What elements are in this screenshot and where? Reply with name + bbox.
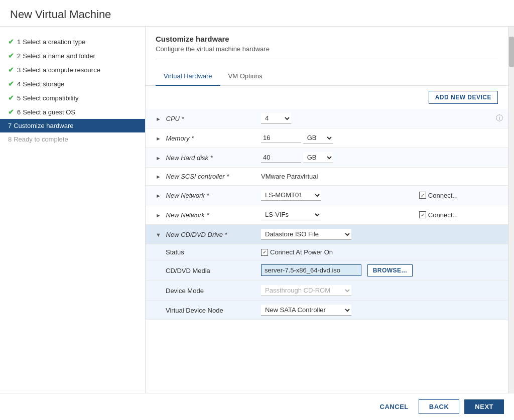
cddvd-media-input[interactable] [261, 264, 361, 276]
memory-value: GB MB [256, 128, 414, 148]
network2-select[interactable]: LS-VIFs [261, 209, 321, 220]
connect-checkbox-2[interactable]: ✓ [419, 211, 426, 218]
tabs-bar: Virtual Hardware VM Options [146, 67, 508, 86]
main-content: Customize hardware Configure the virtual… [146, 27, 514, 393]
step-number-1: 1 [17, 38, 21, 46]
virt-device-node-select[interactable]: New SATA Controller [261, 305, 351, 316]
expand-icon-network1[interactable]: ► [156, 193, 161, 199]
sidebar-label-4: Select storage [23, 80, 64, 88]
connect-checkbox-1[interactable]: ✓ [419, 192, 426, 199]
network2-label: ► New Network * [146, 205, 256, 225]
scrollbar-thumb[interactable] [509, 37, 514, 67]
cddvd-type-select[interactable]: Datastore ISO File Client Device Host De… [261, 229, 351, 240]
expand-icon-harddisk[interactable]: ► [156, 155, 161, 161]
cpu-value: 4 1 2 8 [256, 109, 414, 128]
sidebar-item-step7[interactable]: 7 Customize hardware [0, 119, 145, 132]
cddvd-virtnode-value: New SATA Controller [256, 301, 508, 320]
sidebar-item-step2[interactable]: ✔ 2 Select a name and folder [0, 49, 145, 63]
sidebar-item-step6[interactable]: ✔ 6 Select a guest OS [0, 105, 145, 119]
scsi-value: VMware Paravirtual [256, 168, 508, 186]
step-number-7: 7 [8, 122, 12, 129]
cddvd-label: ▼ New CD/DVD Drive * [146, 225, 256, 244]
section-header: Customize hardware Configure the virtual… [146, 27, 508, 63]
expand-icon-memory[interactable]: ► [156, 135, 161, 142]
memory-label-text: Memory * [166, 134, 194, 142]
memory-unit-select[interactable]: GB MB [303, 132, 333, 144]
back-button[interactable]: BACK [419, 399, 460, 414]
step-number-2: 2 [17, 52, 21, 60]
network2-connect: ✓ Connect... [414, 205, 508, 225]
cddvd-media-value: BROWSE... [256, 260, 508, 281]
step-number-3: 3 [17, 66, 21, 74]
browse-button[interactable]: BROWSE... [367, 264, 413, 276]
expand-icon-scsi[interactable]: ► [156, 174, 161, 180]
expand-icon-network2[interactable]: ► [156, 212, 161, 218]
cddvd-value: Datastore ISO File Client Device Host De… [256, 225, 508, 244]
scsi-label: ► New SCSI controller * [146, 168, 256, 186]
next-button[interactable]: NEXT [464, 399, 504, 414]
device-mode-select[interactable]: Passthrough CD-ROM [261, 285, 351, 296]
info-icon-cpu: ⓘ [496, 114, 503, 122]
sidebar: ✔ 1 Select a creation type ✔ 2 Select a … [0, 27, 146, 393]
connect-label-2: ✓ Connect... [419, 211, 503, 219]
status-connect-text: Connect At Power On [270, 248, 333, 256]
table-row-network1: ► New Network * LS-MGMT01 [146, 186, 508, 205]
section-subtitle: Configure the virtual machine hardware [156, 45, 498, 59]
cddvd-devmode-label: Device Mode [146, 281, 256, 301]
network1-label: ► New Network * [146, 186, 256, 205]
sidebar-label-5: Select compatibility [23, 94, 78, 102]
cddvd-virtnode-label: Virtual Device Node [146, 301, 256, 320]
network1-select[interactable]: LS-MGMT01 [261, 190, 321, 201]
table-row-cpu: ► CPU * 4 1 2 8 [146, 109, 508, 128]
expand-icon-cddvd[interactable]: ▼ [156, 232, 161, 238]
harddisk-input[interactable] [261, 153, 301, 163]
sidebar-item-step3[interactable]: ✔ 3 Select a compute resource [0, 63, 145, 77]
table-row-cddvd: ▼ New CD/DVD Drive * Datastore ISO File … [146, 225, 508, 244]
scrollbar-track[interactable] [508, 27, 514, 393]
check-icon-4: ✔ [8, 80, 14, 88]
check-icon-5: ✔ [8, 94, 14, 102]
cpu-label-text: CPU * [166, 115, 184, 122]
sidebar-label-2: Select a name and folder [23, 52, 95, 60]
dialog-title: New Virtual Machine [0, 0, 514, 27]
tab-virtual-hardware[interactable]: Virtual Hardware [156, 67, 220, 86]
step-number-6: 6 [17, 108, 21, 116]
step-number-8: 8 [8, 135, 12, 143]
sidebar-label-8: Ready to complete [14, 135, 68, 143]
sidebar-item-step5[interactable]: ✔ 5 Select compatibility [0, 91, 145, 105]
harddisk-label-text: New Hard disk * [166, 154, 213, 162]
dialog-footer: CANCEL BACK NEXT [0, 393, 514, 420]
cpu-select[interactable]: 4 1 2 8 [261, 113, 291, 124]
sidebar-label-3: Select a compute resource [23, 66, 100, 74]
dialog-body: ✔ 1 Select a creation type ✔ 2 Select a … [0, 27, 514, 393]
add-new-device-button[interactable]: ADD NEW DEVICE [429, 91, 498, 104]
cddvd-label-text: New CD/DVD Drive * [166, 231, 227, 238]
table-row-network2: ► New Network * LS-VIFs [146, 205, 508, 225]
connect-text-1: Connect... [428, 192, 458, 199]
sidebar-label-6: Select a guest OS [23, 108, 75, 116]
tab-vm-options[interactable]: VM Options [220, 67, 271, 86]
scrollable-area[interactable]: Customize hardware Configure the virtual… [146, 27, 508, 393]
section-title: Customize hardware [156, 35, 498, 43]
cancel-button[interactable]: CANCEL [375, 400, 414, 413]
table-row-scsi: ► New SCSI controller * VMware Paravirtu… [146, 168, 508, 186]
cddvd-devmode-value: Passthrough CD-ROM [256, 281, 508, 301]
cpu-label: ► CPU * [146, 109, 256, 128]
connect-label-1: ✓ Connect... [419, 192, 503, 199]
status-checkbox[interactable]: ✓ [261, 249, 268, 256]
sidebar-item-step4[interactable]: ✔ 4 Select storage [0, 77, 145, 91]
status-connect-label: ✓ Connect At Power On [261, 248, 503, 256]
check-icon-3: ✔ [8, 66, 14, 74]
harddisk-unit-select[interactable]: GB MB [303, 152, 333, 163]
table-row-cddvd-status: Status ✓ Connect At Power On [146, 244, 508, 260]
sidebar-item-step1[interactable]: ✔ 1 Select a creation type [0, 35, 145, 49]
connect-text-2: Connect... [428, 211, 458, 219]
table-row-memory: ► Memory * GB MB [146, 128, 508, 148]
scsi-label-text: New SCSI controller * [166, 173, 229, 180]
harddisk-label: ► New Hard disk * [146, 148, 256, 168]
expand-icon-cpu[interactable]: ► [156, 116, 161, 122]
step-number-4: 4 [17, 80, 21, 88]
memory-input[interactable] [261, 133, 301, 143]
check-icon-1: ✔ [8, 38, 14, 46]
harddisk-extra [414, 148, 508, 168]
